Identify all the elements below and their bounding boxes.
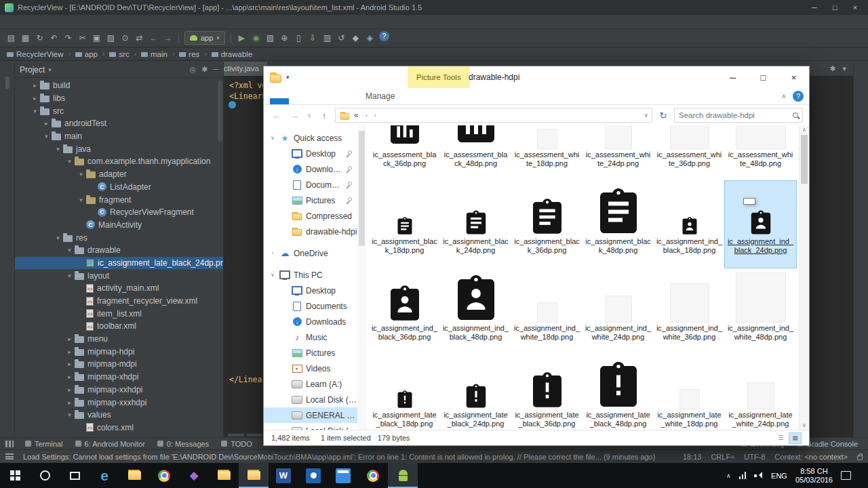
editor-mode-tab[interactable] xyxy=(246,433,264,436)
tree-item[interactable]: ▾layout xyxy=(15,269,223,282)
search-input[interactable] xyxy=(679,111,790,119)
avd-manager-icon[interactable] xyxy=(292,31,306,45)
gradle-sync-icon[interactable] xyxy=(334,31,349,45)
expand-arrow-icon[interactable]: ▾ xyxy=(54,235,62,241)
language-indicator[interactable]: ENG xyxy=(771,472,787,480)
tool-window-button[interactable]: Terminal xyxy=(19,440,69,448)
breadcrumb-item[interactable]: src xyxy=(109,50,129,58)
nav-item[interactable]: Local Disk (F:) xyxy=(264,423,357,430)
breadcrumb-item[interactable]: app xyxy=(75,50,98,58)
tree-item[interactable]: ▸mipmap-mdpi xyxy=(15,358,223,371)
breadcrumb-item[interactable]: RecyclerView xyxy=(7,50,63,58)
file-item[interactable]: ic_assessment_white_24dp.png xyxy=(583,125,654,181)
task-view-button[interactable] xyxy=(60,463,90,488)
expand-arrow-icon[interactable]: ▸ xyxy=(65,348,74,355)
back-icon[interactable] xyxy=(146,31,161,45)
taskbar-app-photos[interactable] xyxy=(298,463,328,488)
file-item[interactable]: ic_assignment_ind_black_48dp.png xyxy=(440,268,511,354)
network-icon[interactable] xyxy=(739,472,747,479)
file-item[interactable]: ic_assignment_ind_black_18dp.png xyxy=(654,181,725,268)
tree-item[interactable]: ▸mipmap-xxhdpi xyxy=(15,384,223,396)
nav-item[interactable]: Local Disk (C:) xyxy=(264,392,357,407)
expand-arrow-icon[interactable]: ▸ xyxy=(65,399,74,406)
nav-item[interactable]: Downloads xyxy=(264,314,357,329)
file-item[interactable]: ic_assignment_ind_white_18dp.png xyxy=(511,268,583,354)
customize-toolbar-icon[interactable]: ▾ xyxy=(286,74,290,81)
search-box[interactable] xyxy=(674,108,803,123)
file-item[interactable]: ic_assignment_late_black_48dp.png xyxy=(583,354,654,430)
sync-icon[interactable] xyxy=(33,31,47,45)
picture-tools-tab[interactable]: Picture Tools xyxy=(408,66,470,88)
minimize-button[interactable]: ─ xyxy=(717,66,748,88)
scrollbar-thumb[interactable] xyxy=(801,135,808,184)
file-item[interactable]: ic_assignment_ind_white_48dp.png xyxy=(725,268,796,354)
expand-arrow-icon[interactable]: ▸ xyxy=(65,336,74,342)
file-item[interactable]: ic_assignment_ind_white_36dp.png xyxy=(654,268,725,354)
taskbar-app-chrome-2[interactable] xyxy=(358,463,388,488)
expand-arrow-icon[interactable]: ▸ xyxy=(65,373,74,380)
tree-item[interactable]: item_list.xml xyxy=(15,307,223,320)
file-list-scrollbar[interactable]: ∧ ∨ xyxy=(799,125,809,430)
project-scrollbar[interactable] xyxy=(218,81,222,142)
tree-item[interactable]: ▾main xyxy=(15,130,223,143)
tree-item[interactable]: ic_assignment_late_black_24dp.png xyxy=(15,257,223,270)
nav-item[interactable]: Desktop xyxy=(264,283,357,298)
expand-arrow-icon[interactable]: ▸ xyxy=(31,82,39,89)
taskbar-app-calendar[interactable] xyxy=(328,463,358,488)
scroll-down-icon[interactable]: ∨ xyxy=(800,422,809,428)
tool-window-tab[interactable] xyxy=(5,410,9,422)
tool-window-button[interactable]: TODO xyxy=(215,440,258,448)
nav-item[interactable]: ∨This PC xyxy=(264,267,357,283)
tree-item[interactable]: ▸mipmap-xhdpi xyxy=(15,371,223,384)
tool-window-tab[interactable] xyxy=(859,77,863,89)
nav-item[interactable]: Downloads xyxy=(264,161,357,177)
undo-icon[interactable] xyxy=(47,31,61,45)
expand-arrow-icon[interactable]: ▾ xyxy=(31,108,39,115)
file-item[interactable]: ic_assignment_black_36dp.png xyxy=(511,181,583,268)
find-icon[interactable] xyxy=(118,31,132,45)
search-icon[interactable] xyxy=(793,113,798,118)
ribbon-tab[interactable] xyxy=(289,98,308,104)
tree-item[interactable]: ▸build xyxy=(15,79,223,92)
file-item[interactable]: ic_assignment_ind_white_24dp.png xyxy=(583,268,654,354)
tool-window-tab[interactable] xyxy=(5,89,9,101)
tree-item[interactable]: CMainActivity xyxy=(15,219,223,232)
chevron-down-icon[interactable]: ▾ xyxy=(48,66,52,73)
expand-arrow-icon[interactable]: ▸ xyxy=(31,95,39,102)
cut-icon[interactable] xyxy=(75,31,90,45)
settings-gear-icon[interactable]: ✱ xyxy=(201,65,208,74)
tree-item[interactable]: colors.xml xyxy=(15,422,223,434)
up-button[interactable]: ↑ xyxy=(317,110,331,121)
expand-arrow-icon[interactable]: ▾ xyxy=(65,411,74,418)
tool-window-tab[interactable] xyxy=(5,77,9,89)
forward-button[interactable]: → xyxy=(288,110,301,121)
tool-window-button[interactable]: 6: Android Monitor xyxy=(69,440,151,448)
file-item[interactable]: ic_assignment_late_black_36dp.png xyxy=(511,354,583,430)
statusbar-menu-icon[interactable] xyxy=(5,453,14,460)
hide-icon[interactable]: ▾ xyxy=(842,64,846,73)
taskbar-app-file-explorer[interactable] xyxy=(239,463,269,488)
run-icon[interactable] xyxy=(235,31,249,45)
sdk-manager-icon[interactable] xyxy=(306,31,320,45)
taskbar-app-edge[interactable] xyxy=(90,463,119,488)
tree-item[interactable]: ▸androidTest xyxy=(15,117,223,130)
tray-overflow-icon[interactable]: ∧ xyxy=(726,472,731,479)
expand-arrow-icon[interactable]: ▾ xyxy=(77,171,85,178)
tree-item[interactable]: CListAdapter xyxy=(15,181,223,194)
file-item[interactable]: ic_assessment_white_18dp.png xyxy=(511,125,583,181)
tool-window-tab[interactable] xyxy=(5,64,9,77)
tree-item[interactable]: ▸libs xyxy=(15,92,223,105)
ribbon-tab[interactable] xyxy=(308,98,327,104)
start-button[interactable] xyxy=(0,463,30,488)
nav-item[interactable]: Videos xyxy=(264,361,357,376)
expand-arrow-icon[interactable]: ▾ xyxy=(42,133,51,140)
maximize-button[interactable]: □ xyxy=(825,3,845,12)
attach-debugger-icon[interactable] xyxy=(277,31,292,45)
tree-item[interactable]: ▾src xyxy=(15,104,223,117)
editor-mode-tab[interactable] xyxy=(227,433,245,436)
project-panel-title[interactable]: Project xyxy=(20,65,45,75)
tool-window-tab[interactable] xyxy=(859,64,863,77)
file-item[interactable]: ic_assessment_black_36dp.png xyxy=(369,125,440,181)
ribbon-tab[interactable] xyxy=(270,98,289,104)
close-button[interactable]: × xyxy=(778,66,809,88)
